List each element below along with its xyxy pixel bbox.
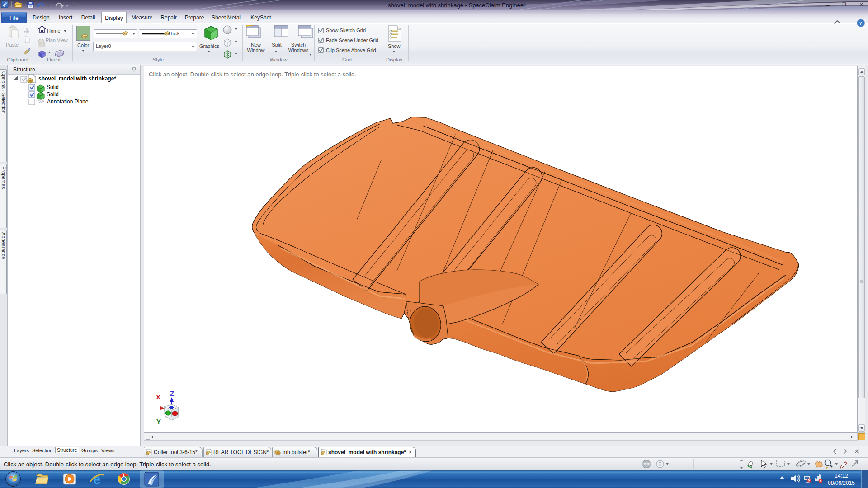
svg-text:14:12: 14:12 bbox=[835, 473, 848, 479]
svg-text:Z: Z bbox=[170, 389, 174, 397]
svg-text:X: X bbox=[156, 393, 160, 401]
svg-text:?: ? bbox=[859, 20, 863, 27]
svg-text:e: e bbox=[93, 472, 101, 487]
svg-text:Y: Y bbox=[156, 418, 161, 425]
svg-text:08/06/2015: 08/06/2015 bbox=[828, 480, 855, 486]
svg-text:STOP: STOP bbox=[643, 463, 650, 465]
